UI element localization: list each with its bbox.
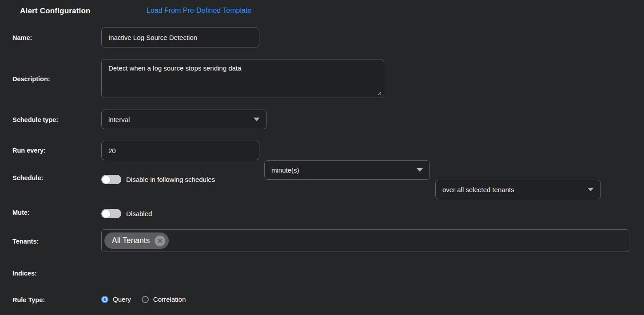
description-label: Description: [12, 75, 50, 83]
radio-correlation[interactable] [142, 296, 149, 303]
load-template-link[interactable]: Load From Pre-Defined Template [147, 7, 251, 15]
schedule-label: Schedule: [12, 174, 43, 181]
tenant-chip: All Tenants ✕ [104, 232, 169, 249]
run-every-scope-selected-value: over all selected tenants [442, 186, 584, 193]
toggle-knob [102, 210, 110, 218]
mute-toggle[interactable] [101, 209, 121, 218]
run-every-unit-selected-value: minute(s) [271, 166, 413, 174]
run-every-label: Run every: [12, 147, 46, 154]
name-input[interactable] [101, 28, 259, 47]
radio-query-label[interactable]: Query [113, 295, 131, 303]
schedule-toggle[interactable] [101, 175, 121, 184]
schedule-toggle-label: Disable in following schedules [126, 176, 215, 183]
chip-remove-icon[interactable]: ✕ [155, 236, 165, 246]
mute-toggle-label: Disabled [126, 210, 152, 217]
description-textarea[interactable]: Detect when a log source stops sending d… [101, 59, 384, 98]
indices-label: Indices: [12, 270, 37, 277]
run-every-scope-select[interactable]: over all selected tenants [435, 180, 601, 199]
name-label: Name: [12, 34, 32, 41]
toggle-knob [102, 176, 110, 184]
run-every-input[interactable] [101, 141, 259, 160]
mute-label: Mute: [12, 209, 30, 216]
radio-query[interactable] [101, 296, 108, 303]
rule-type-radio-group: Query Correlation [101, 295, 192, 303]
tenants-label: Tenants: [12, 238, 39, 245]
schedule-type-selected-value: interval [108, 116, 250, 123]
page-title: Alert Configuration [20, 7, 91, 16]
chevron-down-icon [588, 188, 594, 191]
schedule-type-select[interactable]: interval [101, 110, 267, 129]
rule-type-label: Rule Type: [12, 296, 45, 303]
chevron-down-icon [417, 168, 423, 172]
run-every-unit-select[interactable]: minute(s) [264, 160, 430, 180]
schedule-type-label: Schedule type: [12, 116, 58, 123]
tenant-chip-label: All Tenants [112, 236, 150, 245]
radio-correlation-label[interactable]: Correlation [153, 295, 186, 303]
tenants-multiselect[interactable]: All Tenants ✕ [101, 229, 629, 252]
chevron-down-icon [254, 118, 260, 121]
